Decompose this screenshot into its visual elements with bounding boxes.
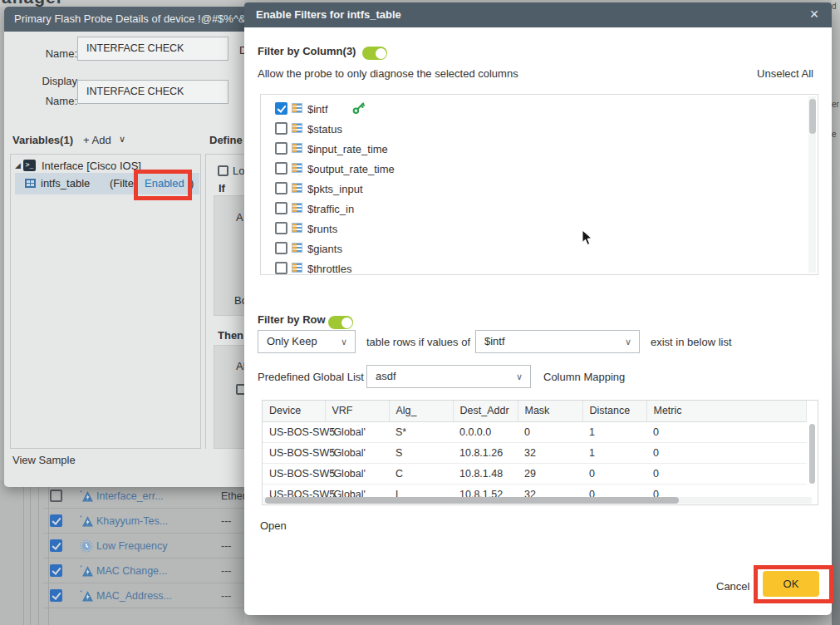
cell: 10.8.1.26 (453, 442, 518, 463)
tree-expanded-icon[interactable]: ◢ (15, 161, 21, 170)
horizontal-scrollbar-thumb[interactable] (265, 497, 679, 504)
column-header[interactable]: Metric (646, 401, 807, 421)
scrollbar-track[interactable] (808, 96, 816, 273)
list-item[interactable]: $output_rate_time (261, 160, 818, 179)
column-header[interactable]: Dest_Addr (453, 401, 518, 421)
cell: US-BOS-SW5 (263, 463, 325, 484)
tree-child-label[interactable]: intfs_table (41, 177, 90, 189)
horizontal-scrollbar-track[interactable] (263, 497, 812, 504)
table-row[interactable]: US-BOS-SW5 'Global' S 10.8.1.26 32 1 0 (263, 442, 807, 463)
column-checkbox[interactable] (275, 162, 287, 175)
view-sample-link[interactable]: View Sample (12, 454, 76, 466)
column-checkbox[interactable] (275, 102, 287, 115)
table-row[interactable]: US-BOS-SW5 'Global' C 10.8.1.48 29 0 0 (263, 463, 807, 484)
cell: 32 (518, 442, 582, 463)
filter-by-column-toggle[interactable] (362, 47, 387, 60)
table-column-icon (292, 143, 302, 153)
list-item[interactable]: $runts (261, 220, 818, 239)
cell: 10.8.1.48 (453, 463, 518, 484)
column-header[interactable]: Mask (518, 401, 582, 421)
keep-dropdown[interactable]: Only Keep ∨ (258, 330, 356, 353)
predefined-list-dropdown[interactable]: asdf ∨ (366, 365, 531, 388)
close-icon[interactable]: × (805, 2, 823, 27)
table-column-icon (292, 123, 302, 133)
filter-by-row-toggle[interactable] (328, 316, 353, 329)
row-checkbox[interactable] (50, 564, 62, 577)
cancel-button[interactable]: Cancel (716, 580, 749, 593)
probe-value: --- (221, 540, 232, 552)
probe-name[interactable]: Low Frequency (96, 540, 167, 552)
list-item[interactable]: $status (261, 121, 818, 139)
scrollbar-thumb[interactable] (809, 99, 816, 134)
column-checkbox[interactable] (275, 242, 287, 254)
column-header[interactable]: VRF (325, 401, 389, 421)
list-item[interactable]: $pkts_input (261, 180, 818, 199)
column-checkbox[interactable] (275, 182, 287, 194)
list-item[interactable]: $input_rate_time (261, 140, 818, 159)
grid-line (30, 480, 31, 625)
display-name-field[interactable]: INTERFACE CHECK (77, 80, 228, 104)
clock-icon (80, 539, 93, 556)
open-link[interactable]: Open (260, 519, 287, 532)
cell: 0 (518, 421, 582, 442)
probe-name[interactable]: Interface_err... (96, 490, 164, 502)
probe-name[interactable]: Khayyum-Tes... (96, 515, 168, 527)
mouse-cursor (582, 229, 593, 249)
list-item[interactable]: $intf (261, 101, 818, 119)
chevron-down-icon: ∨ (516, 366, 523, 387)
column-checkbox[interactable] (275, 222, 287, 234)
column-checkbox[interactable] (275, 262, 287, 274)
chevron-down-icon: ∨ (341, 331, 347, 352)
row-checkbox[interactable] (50, 514, 62, 527)
list-item[interactable]: $throttles (261, 260, 818, 278)
background-page-right-edge: d er e (832, 0, 840, 625)
row-filter-trailing-text: exist in below list (651, 336, 732, 348)
clipped-page-heading: anager (2, 0, 64, 7)
chevron-down-icon[interactable]: ∨ (119, 134, 125, 145)
cell: 1 (582, 421, 646, 442)
dialog-titlebar[interactable]: Primary Flash Probe Details of device !@… (4, 7, 253, 32)
cell: 0 (646, 442, 807, 463)
list-item[interactable]: $traffic_in (261, 200, 818, 219)
probe-name[interactable]: MAC Change... (96, 565, 167, 577)
preview-table: Device VRF Alg_ Dest_Addr Mask Distance … (263, 401, 807, 499)
column-dropdown[interactable]: $intf ∨ (475, 330, 640, 353)
tree-root-label[interactable]: Interface [Cisco IOS] (42, 160, 141, 172)
name-field[interactable]: INTERFACE CHECK (77, 37, 228, 61)
column-header[interactable]: Distance (582, 401, 646, 421)
dialog-titlebar[interactable]: Enable Filters for intfs_table × (244, 2, 832, 27)
log-checkbox[interactable] (218, 165, 228, 176)
cell: US-BOS-SW5 (263, 442, 325, 463)
probe-icon: * (80, 490, 94, 506)
filter-by-column-description: Allow the probe to only diagnose the sel… (258, 67, 518, 80)
unselect-all-link[interactable]: Unselect All (757, 67, 813, 80)
row-checkbox[interactable] (50, 490, 62, 502)
scrollbar-thumb[interactable] (809, 424, 815, 484)
column-checkbox[interactable] (275, 122, 287, 135)
cell: 0 (582, 463, 646, 484)
row-checkbox[interactable] (50, 539, 62, 552)
table-row[interactable]: US-BOS-SW5 'Global' S* 0.0.0.0 0 1 0 (263, 421, 807, 442)
svg-text:*: * (80, 514, 82, 520)
table-row: * Interface_err... Ethern (43, 484, 244, 509)
probe-name[interactable]: MAC_Address... (96, 590, 172, 602)
row-checkbox[interactable] (50, 589, 62, 602)
column-header[interactable]: Alg_ (389, 401, 453, 421)
probe-value: --- (221, 565, 232, 577)
column-checkbox[interactable] (275, 202, 287, 214)
enabled-highlight-annotation (134, 170, 192, 200)
column-label: $pkts_input (307, 183, 363, 195)
list-item[interactable]: $giants (261, 240, 818, 258)
column-checkbox[interactable] (275, 142, 287, 155)
add-variable-button[interactable]: + Add (83, 134, 111, 146)
column-list: $intf $status $input_rate_time $output_r… (260, 94, 818, 275)
column-header[interactable]: Device (263, 401, 325, 421)
filter-by-row-heading: Filter by Row (258, 313, 326, 326)
display-name-label: Display (29, 75, 77, 87)
column-label: $status (307, 123, 342, 135)
cell: 'Global' (325, 421, 389, 442)
column-mapping-link[interactable]: Column Mapping (543, 371, 625, 383)
table-column-icon (292, 203, 302, 213)
if-label: If (219, 182, 225, 194)
ok-highlight-annotation (754, 565, 833, 603)
